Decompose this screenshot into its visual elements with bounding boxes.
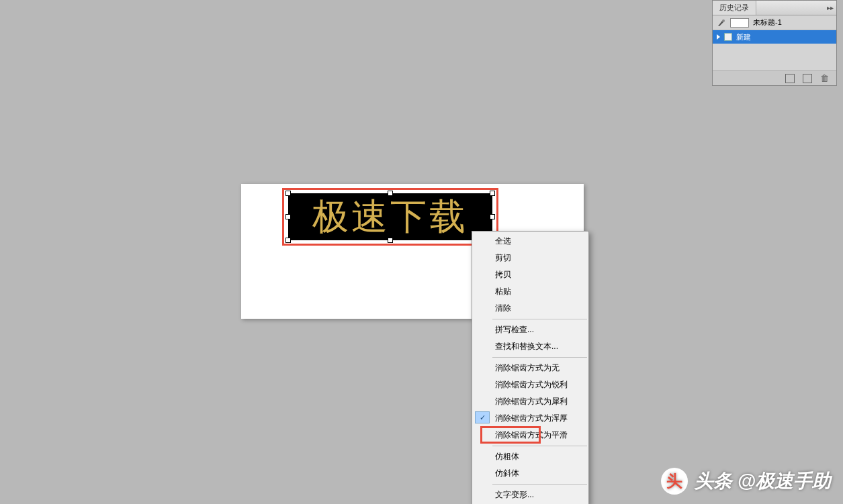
document-icon <box>724 33 732 41</box>
context-menu: 全选 剪切 拷贝 粘贴 清除 拼写检查... 查找和替换文本... 消除锯齿方式… <box>472 231 589 504</box>
menu-spellcheck[interactable]: 拼写检查... <box>472 321 588 338</box>
menu-cut[interactable]: 剪切 <box>472 250 588 266</box>
menu-separator <box>492 484 587 485</box>
menu-aa-smooth[interactable]: 消除锯齿方式为平滑 <box>472 427 588 444</box>
transform-handle-mr[interactable] <box>490 214 495 219</box>
menu-faux-bold[interactable]: 仿粗体 <box>472 448 588 465</box>
triangle-icon <box>717 34 720 40</box>
menu-aa-sharp[interactable]: 消除锯齿方式为锐利 <box>472 376 588 393</box>
transform-handle-tl[interactable] <box>285 191 291 196</box>
history-tab-bar: 历史记录 ▸▸ <box>713 1 836 15</box>
text-layer[interactable]: 极速下载 <box>288 193 492 240</box>
history-panel: 历史记录 ▸▸ 未标题-1 新建 🗑 <box>712 0 837 86</box>
history-body <box>713 44 836 70</box>
svg-point-0 <box>722 19 725 22</box>
panel-menu-icon[interactable]: ▸▸ <box>827 4 834 11</box>
new-snapshot-icon[interactable] <box>803 74 812 83</box>
watermark-logo: 头 <box>661 468 688 495</box>
transform-handle-tm[interactable] <box>388 191 393 196</box>
menu-label: 消除锯齿方式为浑厚 <box>495 413 568 423</box>
menu-copy[interactable]: 拷贝 <box>472 266 588 283</box>
menu-aa-strong[interactable]: ✓ 消除锯齿方式为浑厚 <box>472 410 588 427</box>
trash-icon[interactable]: 🗑 <box>820 74 830 83</box>
menu-clear[interactable]: 清除 <box>472 300 588 317</box>
history-footer: 🗑 <box>713 70 836 85</box>
document-name: 未标题-1 <box>753 17 782 28</box>
menu-warp-text[interactable]: 文字变形... <box>472 487 588 503</box>
watermark-text: 头条 @极速手助 <box>695 468 831 494</box>
history-tab[interactable]: 历史记录 <box>713 1 756 15</box>
menu-select-all[interactable]: 全选 <box>472 233 588 250</box>
menu-separator <box>492 357 587 358</box>
watermark: 头 头条 @极速手助 <box>661 468 831 495</box>
document-thumbnail <box>730 18 749 28</box>
snapshot-icon[interactable] <box>785 74 795 83</box>
transform-handle-bm[interactable] <box>388 238 393 243</box>
menu-separator <box>492 446 587 446</box>
transform-handle-bl[interactable] <box>285 238 291 243</box>
history-step-new[interactable]: 新建 <box>713 30 836 44</box>
menu-paste[interactable]: 粘贴 <box>472 283 588 300</box>
history-step-label: 新建 <box>736 32 751 42</box>
check-icon: ✓ <box>475 411 490 423</box>
menu-aa-crisp[interactable]: 消除锯齿方式为犀利 <box>472 393 588 410</box>
text-selection-highlight: 极速下载 <box>282 188 498 246</box>
transform-handle-ml[interactable] <box>285 214 291 219</box>
menu-find-replace[interactable]: 查找和替换文本... <box>472 338 588 355</box>
brush-icon <box>717 18 726 28</box>
menu-separator <box>492 319 587 319</box>
menu-aa-none[interactable]: 消除锯齿方式为无 <box>472 360 588 376</box>
menu-faux-italic[interactable]: 仿斜体 <box>472 465 588 482</box>
history-document-row[interactable]: 未标题-1 <box>713 15 836 30</box>
text-content[interactable]: 极速下载 <box>312 193 468 242</box>
transform-handle-tr[interactable] <box>490 191 495 196</box>
